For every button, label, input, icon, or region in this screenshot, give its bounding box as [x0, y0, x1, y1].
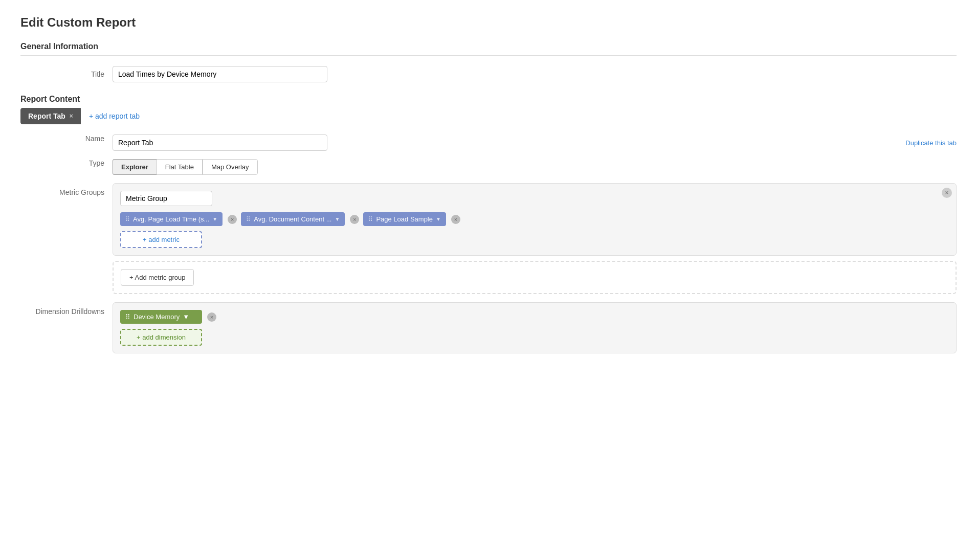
- title-label: Title: [20, 70, 113, 78]
- tab-name-input[interactable]: [113, 135, 327, 151]
- close-icon: ×: [945, 189, 948, 196]
- chip-dropdown-icon-2: ▼: [335, 216, 340, 222]
- type-map-overlay-btn[interactable]: Map Overlay: [203, 159, 258, 175]
- drag-handle-icon-2: ⠿: [246, 216, 251, 223]
- dimension-chips-row: ⠿ Device Memory ▼ ×: [120, 310, 949, 324]
- add-metric-group-box: + Add metric group: [113, 261, 957, 294]
- tabs-row: Report Tab × + add report tab: [20, 108, 957, 124]
- metric-group-name-input[interactable]: [120, 191, 212, 206]
- metric-chip-page-load-sample[interactable]: ⠿ Page Load Sample ▼: [363, 212, 446, 226]
- chip-dropdown-icon-1: ▼: [212, 216, 217, 222]
- tab-name-label: Name: [20, 135, 113, 143]
- metric-chips-row: ⠿ Avg. Page Load Time (s... ▼ × ⠿ Avg. D…: [120, 212, 949, 226]
- add-dimension-button[interactable]: + add dimension: [120, 329, 202, 346]
- dimension-drilldowns-area: ⠿ Device Memory ▼ × + add dimension: [113, 302, 957, 353]
- general-info-heading: General Information: [20, 42, 957, 51]
- report-content-section: Report Content Report Tab × + add report…: [20, 95, 957, 353]
- metric-groups-label: Metric Groups: [20, 183, 113, 196]
- duplicate-tab-link[interactable]: Duplicate this tab: [895, 139, 957, 147]
- general-divider: [20, 55, 957, 56]
- metric-chip-avg-doc-content[interactable]: ⠿ Avg. Document Content ... ▼: [241, 212, 345, 226]
- metric-group-box: × ⠿ Avg. Page Load Time (s... ▼ ×: [113, 183, 957, 256]
- type-label: Type: [20, 159, 113, 167]
- metric-group-close-btn[interactable]: ×: [942, 188, 952, 198]
- add-tab-button[interactable]: + add report tab: [81, 108, 148, 124]
- dimension-drilldowns-label: Dimension Drilldowns: [20, 302, 113, 316]
- drag-handle-icon: ⠿: [125, 216, 130, 223]
- tab-content: Name Duplicate this tab Type Explorer Fl…: [20, 135, 957, 353]
- report-content-heading: Report Content: [20, 95, 957, 104]
- add-metric-group-button[interactable]: + Add metric group: [121, 269, 194, 286]
- add-metric-button[interactable]: + add metric: [120, 231, 202, 248]
- metric-groups-row: Metric Groups × ⠿ Avg. Page Load Time (s…: [20, 183, 957, 294]
- dimension-chip-remove[interactable]: ×: [207, 312, 216, 322]
- type-explorer-btn[interactable]: Explorer: [113, 159, 157, 175]
- tab-type-row: Type Explorer Flat Table Map Overlay: [20, 159, 957, 175]
- tab-active-label: Report Tab: [28, 112, 65, 120]
- drag-handle-icon-3: ⠿: [368, 216, 373, 223]
- metric-chip-label-1: Avg. Page Load Time (s...: [133, 215, 209, 223]
- type-buttons-group: Explorer Flat Table Map Overlay: [113, 159, 258, 175]
- tab-close-btn[interactable]: ×: [70, 113, 73, 119]
- chip-dropdown-icon-3: ▼: [436, 216, 441, 222]
- metric-chip-remove-2[interactable]: ×: [350, 215, 359, 224]
- drag-handle-dim-icon: ⠿: [125, 313, 130, 321]
- metric-chip-label-2: Avg. Document Content ...: [254, 215, 331, 223]
- page-title: Edit Custom Report: [20, 15, 957, 30]
- title-row: Title: [20, 66, 957, 82]
- metric-chip-avg-page-load[interactable]: ⠿ Avg. Page Load Time (s... ▼: [120, 212, 223, 226]
- metric-chip-remove-3[interactable]: ×: [451, 215, 460, 224]
- dimension-drilldowns-row: Dimension Drilldowns ⠿ Device Memory ▼ ×…: [20, 302, 957, 353]
- dim-dropdown-icon: ▼: [183, 313, 189, 321]
- type-flat-table-btn[interactable]: Flat Table: [157, 159, 203, 175]
- metric-chip-remove-1[interactable]: ×: [228, 215, 237, 224]
- report-tab-active[interactable]: Report Tab ×: [20, 108, 81, 124]
- dimension-chip-device-memory[interactable]: ⠿ Device Memory ▼: [120, 310, 202, 324]
- tab-name-row: Name Duplicate this tab: [20, 135, 957, 151]
- metric-chip-label-3: Page Load Sample: [376, 215, 433, 223]
- dimension-chip-label: Device Memory: [134, 313, 180, 321]
- dimension-box: ⠿ Device Memory ▼ × + add dimension: [113, 302, 957, 353]
- title-input[interactable]: [113, 66, 327, 82]
- metric-groups-area: × ⠿ Avg. Page Load Time (s... ▼ ×: [113, 183, 957, 294]
